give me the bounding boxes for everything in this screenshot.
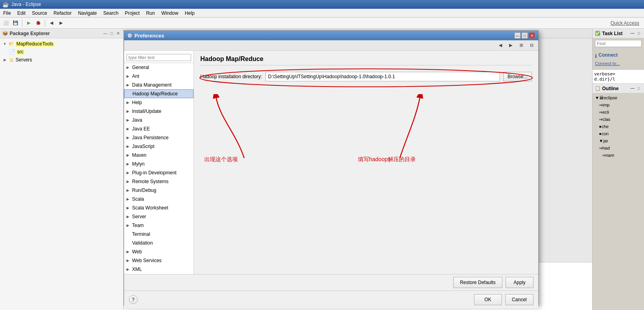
cancel-button[interactable]: Cancel: [505, 294, 533, 305]
nav-arrow-javapersistence: ▶: [126, 136, 131, 140]
menu-search[interactable]: Search: [100, 9, 122, 17]
nav-arrow-js: ▶: [126, 144, 131, 148]
apply-button[interactable]: Apply: [506, 277, 533, 288]
outline-item-con[interactable]: ● con: [594, 130, 642, 137]
outline-item-jar[interactable]: ▼ jar: [594, 137, 642, 144]
toolbar-back-btn[interactable]: ◀: [47, 19, 56, 28]
menu-navigate[interactable]: Navigate: [75, 9, 100, 17]
close-panel-btn[interactable]: ✕: [115, 31, 121, 36]
menu-file[interactable]: File: [0, 9, 14, 17]
nav-java-persistence[interactable]: ▶ Java Persistence: [124, 133, 194, 142]
nav-plugin-dev[interactable]: ▶ Plug-in Development: [124, 168, 194, 177]
toolbar: ⬜ 💾 ▶ 🐞 ◀ ▶ Quick Access: [0, 18, 644, 29]
nav-data-management[interactable]: ▶ Data Management: [124, 81, 194, 89]
toolbar-debug-btn[interactable]: 🐞: [34, 19, 43, 28]
connect-icon: ℹ: [595, 53, 597, 59]
dialog-minimize-btn[interactable]: —: [514, 32, 521, 39]
outline-minimize-btn[interactable]: —: [630, 86, 635, 91]
outline-item-eclipse[interactable]: ▼ 🏛 eclipse: [594, 94, 642, 101]
dialog-nav-fwd-btn[interactable]: ▶: [506, 41, 515, 50]
nav-server[interactable]: ▶ Server: [124, 212, 194, 221]
nav-team[interactable]: ▶ Team: [124, 221, 194, 230]
outline-item-che[interactable]: ● che: [594, 123, 642, 130]
menu-help[interactable]: Help: [182, 9, 198, 17]
hadoop-dir-input[interactable]: [265, 72, 500, 81]
nav-scala-worksheet[interactable]: ▶ Scala Worksheet: [124, 203, 194, 212]
help-button[interactable]: ?: [129, 295, 138, 304]
nav-hadoop-mapreduce[interactable]: Hadoop Map/Reduce: [124, 89, 194, 98]
toolbar-sep2: [45, 20, 45, 27]
nav-web-services[interactable]: ▶ Web Services: [124, 256, 194, 265]
tasklist-minimize-btn[interactable]: —: [630, 31, 635, 36]
connect-link[interactable]: Connect to...: [595, 61, 642, 66]
dialog-nav-back-btn[interactable]: ◀: [496, 41, 505, 50]
find-input[interactable]: [595, 40, 642, 47]
nav-xml[interactable]: ▶ XML: [124, 265, 194, 274]
dialog-collapse-btn[interactable]: ⊟: [527, 41, 536, 50]
nav-arrow-validation: [126, 241, 131, 245]
nav-mylyn[interactable]: ▶ Mylyn: [124, 160, 194, 168]
menu-source[interactable]: Source: [29, 9, 50, 17]
nav-install-update[interactable]: ▶ Install/Update: [124, 107, 194, 116]
outline-tree: ▼ 🏛 eclipse ⇒ imp ⇒ ecli ⇒ clas ●: [593, 93, 644, 310]
nav-javascript[interactable]: ▶ JavaScript: [124, 142, 194, 151]
dialog-restore-btn[interactable]: □: [522, 32, 528, 39]
nav-arrow-java: ▶: [126, 118, 131, 122]
preferences-dialog: ⚙ Preferences — □ ✕ ◀ ▶ ⊞ ⊟: [124, 30, 539, 306]
outline-panel: 📋 Outline — □ ▼ 🏛 eclipse ⇒ imp: [593, 84, 644, 310]
right-sidebar: ✅ Task List — □ ℹ Connect Connect to... …: [592, 29, 644, 310]
nav-arrow-xml: ▶: [126, 267, 131, 271]
console-line1: verbose=: [594, 71, 642, 77]
dialog-toolbar: ◀ ▶ ⊞ ⊟: [124, 40, 538, 51]
nav-java-ee[interactable]: ▶ Java EE: [124, 124, 194, 133]
nav-java[interactable]: ▶ Java: [124, 116, 194, 124]
tree-arrow-servers: ▶: [2, 57, 7, 62]
outline-item-had[interactable]: ⇒ had: [594, 144, 642, 152]
menu-refactor[interactable]: Refactor: [50, 9, 75, 17]
outline-item-clas[interactable]: ⇒ clas: [594, 116, 642, 123]
browse-button[interactable]: Browse...: [503, 72, 532, 81]
preferences-content: Hadoop Map/Reduce Hadoop installation di…: [194, 51, 538, 274]
tree-item-servers[interactable]: ▶ 🖥 Servers: [1, 56, 122, 64]
section-title: Hadoop Map/Reduce: [200, 55, 532, 65]
outline-item-imp[interactable]: ⇒ imp: [594, 101, 642, 109]
minimize-panel-btn[interactable]: —: [103, 31, 108, 36]
package-explorer-title: 📦 Package Explorer: [2, 31, 50, 36]
menu-window[interactable]: Window: [158, 9, 182, 17]
nav-arrow-remote: ▶: [126, 180, 131, 184]
nav-ant[interactable]: ▶ Ant: [124, 72, 194, 81]
nav-web[interactable]: ▶ Web: [124, 247, 194, 256]
menu-project[interactable]: Project: [122, 9, 143, 17]
quick-access-label[interactable]: Quick Access: [610, 20, 639, 26]
filter-input[interactable]: [126, 54, 191, 61]
outline-maximize-btn[interactable]: □: [636, 86, 642, 91]
nav-terminal[interactable]: Terminal: [124, 230, 194, 239]
dialog-expand-btn[interactable]: ⊞: [517, 41, 525, 50]
nav-arrow-webservices: ▶: [126, 259, 131, 263]
toolbar-run-btn[interactable]: ▶: [24, 19, 33, 28]
nav-validation[interactable]: Validation: [124, 239, 194, 247]
maximize-panel-btn[interactable]: □: [109, 31, 115, 36]
toolbar-fwd-btn[interactable]: ▶: [57, 19, 65, 28]
dialog-close-btn[interactable]: ✕: [529, 32, 535, 39]
toolbar-new-btn[interactable]: ⬜: [2, 19, 10, 28]
nav-scala[interactable]: ▶ Scala: [124, 195, 194, 203]
tree-item-file1[interactable]: 📄 src: [1, 48, 122, 56]
nav-run-debug[interactable]: ▶ Run/Debug: [124, 186, 194, 195]
outline-item-ecli[interactable]: ⇒ ecli: [594, 109, 642, 116]
ok-button[interactable]: OK: [474, 294, 502, 305]
outline-item-nam[interactable]: ⇒ nam: [594, 152, 642, 159]
menu-run[interactable]: Run: [143, 9, 158, 17]
nav-arrow-plugindev: ▶: [126, 171, 131, 175]
find-row: [593, 38, 644, 49]
nav-maven[interactable]: ▶ Maven: [124, 151, 194, 160]
toolbar-save-btn[interactable]: 💾: [11, 19, 20, 28]
nav-remote-systems[interactable]: ▶ Remote Systems: [124, 177, 194, 186]
menu-edit[interactable]: Edit: [14, 9, 29, 17]
restore-defaults-button[interactable]: Restore Defaults: [453, 277, 502, 288]
outline-header: 📋 Outline — □: [593, 84, 644, 93]
tasklist-maximize-btn[interactable]: □: [636, 31, 642, 36]
tree-item-mapreduce[interactable]: ▼ 📁 MapReduceTools: [1, 40, 122, 48]
nav-general[interactable]: ▶ General: [124, 63, 194, 72]
nav-help[interactable]: ▶ Help: [124, 98, 194, 107]
